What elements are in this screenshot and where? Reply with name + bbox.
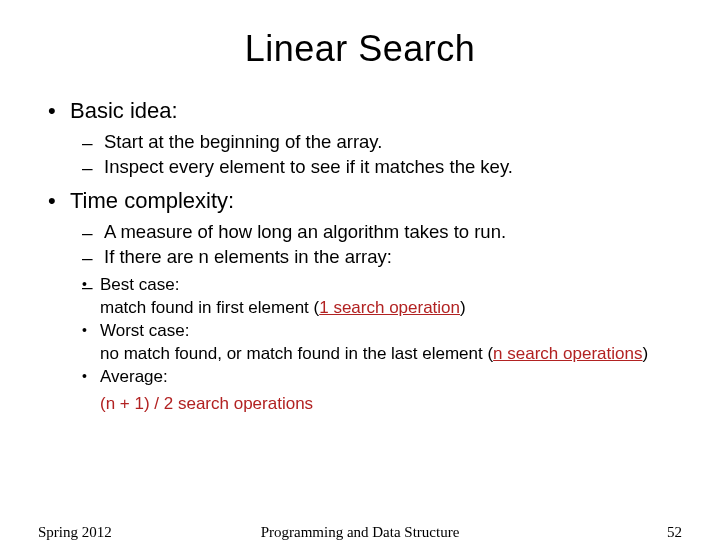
case-worst-label: Worst case: — [70, 320, 680, 343]
case-worst-highlight: n search operations — [493, 344, 642, 363]
footer-course: Programming and Data Structure — [0, 524, 720, 540]
tc-sub-1: A measure of how long an algorithm takes… — [70, 220, 680, 245]
slide: Linear Search Basic idea: Start at the b… — [0, 0, 720, 540]
bullet-time-complexity: Time complexity: A measure of how long a… — [40, 188, 680, 416]
basic-idea-label: Basic idea: — [70, 98, 178, 123]
case-best-highlight: 1 search operation — [319, 298, 460, 317]
case-best-text-a: match found in first element ( — [100, 298, 319, 317]
slide-title: Linear Search — [0, 0, 720, 70]
case-best-text-c: ) — [460, 298, 466, 317]
slide-body: Basic idea: Start at the beginning of th… — [0, 70, 720, 416]
case-worst-text: no match found, or match found in the la… — [70, 343, 680, 366]
case-avg-label: Average: — [70, 366, 680, 389]
case-worst-text-a: no match found, or match found in the la… — [100, 344, 493, 363]
time-complexity-label: Time complexity: — [70, 188, 234, 213]
case-best-text: match found in first element (1 search o… — [70, 297, 680, 320]
case-best-label: Best case: — [70, 274, 680, 297]
bullet-basic-idea: Basic idea: Start at the beginning of th… — [40, 98, 680, 180]
case-worst-text-c: ) — [642, 344, 648, 363]
basic-idea-sub-2: Inspect every element to see if it match… — [70, 155, 680, 180]
case-avg-value: (n + 1) / 2 search operations — [70, 389, 680, 416]
footer-page-number: 52 — [667, 524, 682, 540]
tc-sub-2: If there are n elements in the array: — [70, 245, 680, 270]
basic-idea-sub-1: Start at the beginning of the array. — [70, 130, 680, 155]
